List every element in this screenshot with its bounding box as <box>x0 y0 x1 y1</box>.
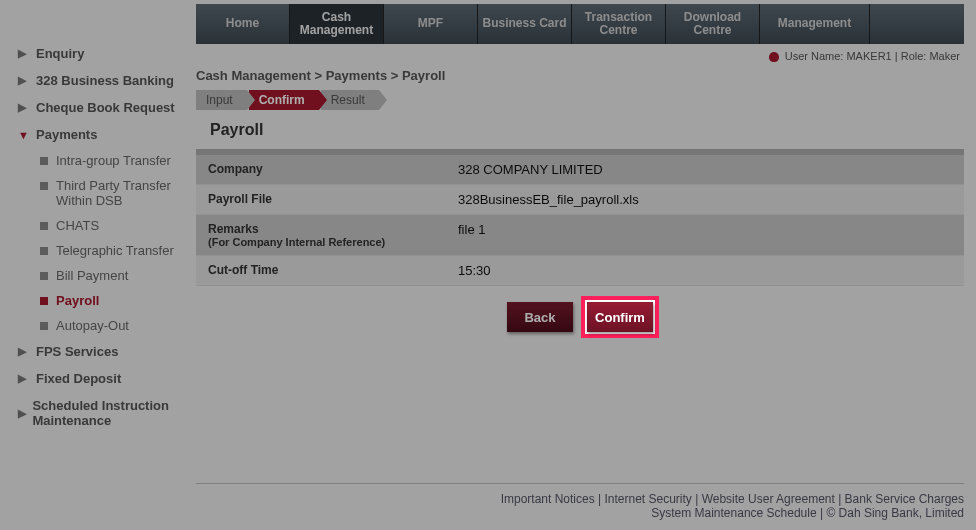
sidebar-sub-label: Third Party Transfer Within DSB <box>56 178 186 208</box>
tab-mpf[interactable]: MPF <box>384 4 478 44</box>
form-summary: Company 328 COMPANY LIMITED Payroll File… <box>196 155 964 286</box>
breadcrumb-b[interactable]: Payments <box>326 68 387 83</box>
sidebar-sub-tt[interactable]: Telegraphic Transfer <box>40 238 186 263</box>
page-title: Payroll <box>196 115 964 149</box>
sidebar-sub-label: Payroll <box>56 293 99 308</box>
step-result: Result <box>321 90 379 110</box>
sidebar-item-label: FPS Services <box>36 344 118 359</box>
tab-transaction-centre[interactable]: Transaction Centre <box>572 4 666 44</box>
sidebar-sub-intra[interactable]: Intra-group Transfer <box>40 148 186 173</box>
sidebar-item-cheque[interactable]: ▶Cheque Book Request <box>18 94 186 121</box>
sidebar-sub-payroll[interactable]: Payroll <box>40 288 186 313</box>
sidebar-item-fixed[interactable]: ▶Fixed Deposit <box>18 365 186 392</box>
footer-important[interactable]: Important Notices <box>501 492 595 506</box>
sidebar-sub-label: Telegraphic Transfer <box>56 243 174 258</box>
row-file: Payroll File 328BusinessEB_file_payroll.… <box>196 185 964 215</box>
tab-cash-management[interactable]: Cash Management <box>290 4 384 44</box>
value-remarks: file 1 <box>446 215 964 255</box>
sidebar-sublist-payments: Intra-group Transfer Third Party Transfe… <box>40 148 186 338</box>
username-label: User Name: <box>785 50 844 62</box>
bullet-icon <box>40 182 48 190</box>
breadcrumb-c: Payroll <box>402 68 445 83</box>
role-value: Maker <box>929 50 960 62</box>
sidebar-item-label: Enquiry <box>36 46 84 61</box>
row-remarks: Remarks (For Company Internal Reference)… <box>196 215 964 256</box>
footer-copyright: © Dah Sing Bank, Limited <box>826 506 964 520</box>
bullet-icon <box>40 272 48 280</box>
nav-filler <box>870 4 964 44</box>
sidebar-sub-label: Intra-group Transfer <box>56 153 171 168</box>
sidebar-sub-chats[interactable]: CHATS <box>40 213 186 238</box>
sidebar-sub-thirdparty[interactable]: Third Party Transfer Within DSB <box>40 173 186 213</box>
label-cutoff: Cut-off Time <box>196 256 446 285</box>
chevron-right-icon: ▶ <box>18 345 30 358</box>
chevron-right-icon: ▶ <box>18 47 30 60</box>
sidebar-sub-bill[interactable]: Bill Payment <box>40 263 186 288</box>
footer: Important Notices | Internet Security | … <box>196 483 964 520</box>
row-company: Company 328 COMPANY LIMITED <box>196 155 964 185</box>
step-confirm: Confirm <box>249 90 319 110</box>
chevron-right-icon: ▶ <box>18 101 30 114</box>
bullet-icon <box>40 322 48 330</box>
value-company: 328 COMPANY LIMITED <box>446 155 964 184</box>
step-indicator: Input Confirm Result <box>196 89 964 111</box>
footer-maintenance[interactable]: System Maintenance Schedule <box>651 506 816 520</box>
confirm-button[interactable]: Confirm <box>587 302 653 332</box>
top-nav: Home Cash Management MPF Business Card T… <box>196 4 964 44</box>
sidebar: ▶Enquiry ▶328 Business Banking ▶Cheque B… <box>0 0 196 530</box>
footer-charges[interactable]: Bank Service Charges <box>845 492 964 506</box>
chevron-right-icon: ▶ <box>18 372 30 385</box>
label-remarks: Remarks (For Company Internal Reference) <box>196 215 446 255</box>
bullet-icon <box>40 222 48 230</box>
bullet-icon <box>40 247 48 255</box>
bullet-icon <box>40 297 48 305</box>
breadcrumb-a[interactable]: Cash Management <box>196 68 311 83</box>
sidebar-sub-label: CHATS <box>56 218 99 233</box>
sidebar-item-label: Scheduled Instruction Maintenance <box>32 398 186 428</box>
tab-download-centre[interactable]: Download Centre <box>666 4 760 44</box>
footer-agreement[interactable]: Website User Agreement <box>702 492 835 506</box>
chevron-right-icon: ▶ <box>18 74 30 87</box>
value-file: 328BusinessEB_file_payroll.xls <box>446 185 964 214</box>
sidebar-item-enquiry[interactable]: ▶Enquiry <box>18 40 186 67</box>
footer-security[interactable]: Internet Security <box>604 492 691 506</box>
sidebar-sub-label: Bill Payment <box>56 268 128 283</box>
sidebar-item-fps[interactable]: ▶FPS Services <box>18 338 186 365</box>
label-remarks-sub: (For Company Internal Reference) <box>208 236 434 248</box>
sidebar-item-label: 328 Business Banking <box>36 73 174 88</box>
sidebar-item-payments[interactable]: ▼Payments <box>18 121 186 148</box>
label-file: Payroll File <box>196 185 446 214</box>
sidebar-item-label: Fixed Deposit <box>36 371 121 386</box>
sidebar-sub-label: Autopay-Out <box>56 318 129 333</box>
sidebar-item-label: Cheque Book Request <box>36 100 175 115</box>
breadcrumb: Cash Management > Payments > Payroll <box>196 62 964 89</box>
button-row: Back Confirm <box>196 286 964 348</box>
tab-management[interactable]: Management <box>760 4 870 44</box>
sidebar-item-328[interactable]: ▶328 Business Banking <box>18 67 186 94</box>
chevron-right-icon: ▶ <box>18 407 26 420</box>
user-bar: User Name: MAKER1 | Role: Maker <box>196 44 964 62</box>
sidebar-item-scheduled[interactable]: ▶Scheduled Instruction Maintenance <box>18 392 186 434</box>
back-button[interactable]: Back <box>507 302 573 332</box>
sidebar-sub-autopay[interactable]: Autopay-Out <box>40 313 186 338</box>
confirm-highlight: Confirm <box>587 302 653 332</box>
label-company: Company <box>196 155 446 184</box>
value-cutoff: 15:30 <box>446 256 964 285</box>
username-value: MAKER1 <box>846 50 891 62</box>
user-icon <box>769 52 779 62</box>
main-content: Home Cash Management MPF Business Card T… <box>196 0 976 530</box>
tab-home[interactable]: Home <box>196 4 290 44</box>
bullet-icon <box>40 157 48 165</box>
step-input: Input <box>196 90 247 110</box>
label-remarks-main: Remarks <box>208 222 259 236</box>
chevron-down-icon: ▼ <box>18 129 30 141</box>
sidebar-item-label: Payments <box>36 127 97 142</box>
row-cutoff: Cut-off Time 15:30 <box>196 256 964 286</box>
tab-business-card[interactable]: Business Card <box>478 4 572 44</box>
role-label: Role: <box>901 50 927 62</box>
